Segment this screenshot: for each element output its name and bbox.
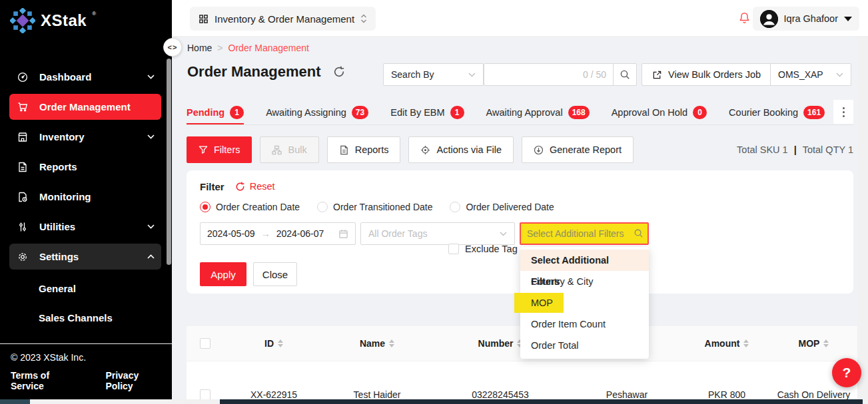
tabs-overflow-button[interactable] xyxy=(833,100,853,124)
reset-refresh-icon xyxy=(235,182,245,192)
notification-bell-icon[interactable] xyxy=(738,11,751,25)
sidebar-collapse-button[interactable]: <> xyxy=(163,38,182,57)
tab-label: Awaiting Approval xyxy=(486,107,563,118)
privacy-policy-link[interactable]: Privacy Policy xyxy=(105,370,161,391)
vertical-scrollbar[interactable] xyxy=(857,37,868,399)
view-bulk-orders-job-button[interactable]: View Bulk Orders Job xyxy=(642,63,771,86)
avatar xyxy=(760,10,778,28)
calendar-icon xyxy=(338,229,348,239)
apply-button[interactable]: Apply xyxy=(200,262,246,286)
dropdown-item-order-total[interactable]: Order Total xyxy=(520,335,649,356)
channel-value: OMS_XAP xyxy=(778,69,823,80)
sidebar-item-settings[interactable]: Settings xyxy=(9,244,161,270)
tab-edit-by-ebm[interactable]: Edit By EBM 1 xyxy=(390,100,464,124)
channel-select[interactable]: OMS_XAP xyxy=(770,63,851,86)
cell-mop: Cash On Delivery xyxy=(770,389,857,400)
tab-awaiting-approval[interactable]: Awaiting Approval 168 xyxy=(486,100,590,124)
tab-count-badge: 73 xyxy=(352,106,368,119)
updown-chevrons-icon xyxy=(360,14,367,23)
additional-filters-input[interactable] xyxy=(520,222,649,245)
chevron-up-icon xyxy=(147,254,155,259)
tab-courier-booking[interactable]: Courier Booking 161 xyxy=(729,100,825,124)
column-header-name[interactable]: Name xyxy=(324,338,430,349)
tab-pending[interactable]: Pending 1 xyxy=(187,100,244,124)
search-button[interactable] xyxy=(613,63,637,86)
app-switcher-dropdown[interactable]: Inventory & Order Management xyxy=(190,7,376,31)
filters-button[interactable]: Filters xyxy=(187,136,252,163)
cell-number: 03228245453 xyxy=(430,389,570,400)
sidebar-item-label: Inventory xyxy=(39,131,85,142)
filter-panel-title: Filter xyxy=(200,181,224,192)
date-range-picker[interactable]: 2024-05-09 → 2024-06-07 xyxy=(200,222,356,245)
refresh-icon[interactable] xyxy=(333,66,345,78)
sidebar-subitem-general[interactable]: General xyxy=(0,274,172,303)
breadcrumb: Home > Order Management xyxy=(187,43,309,53)
tab-awaiting-assigning[interactable]: Awaiting Assigning 73 xyxy=(266,100,368,124)
sidebar-item-order-management[interactable]: Order Management xyxy=(9,94,161,120)
sidebar-item-dashboard[interactable]: Dashboard xyxy=(9,64,161,90)
date-from-value: 2024-05-09 xyxy=(207,228,255,239)
horizontal-scrollbar-thumb-left[interactable] xyxy=(0,399,30,404)
sidebar-subitem-sales-channels[interactable]: Sales Channels xyxy=(0,303,172,332)
collapse-icon: <> xyxy=(168,43,178,51)
column-header-mop[interactable]: MOP xyxy=(770,338,857,349)
column-label: Number xyxy=(478,338,514,349)
sidebar-item-monitoring[interactable]: Monitoring xyxy=(9,184,161,210)
user-menu[interactable]: Iqra Ghafoor xyxy=(753,7,859,31)
search-icon xyxy=(620,69,630,80)
horizontal-scrollbar-thumb[interactable] xyxy=(220,399,863,404)
reports-label: Reports xyxy=(355,144,389,155)
reset-label: Reset xyxy=(250,181,275,192)
breadcrumb-separator: > xyxy=(217,43,222,53)
exclude-tag-checkbox[interactable]: Exclude Tag xyxy=(448,244,518,254)
help-button[interactable]: ? xyxy=(832,358,861,387)
table-row[interactable]: XX-622915 Test Haider 03228245453 Peshaw… xyxy=(187,361,857,404)
column-header-amount[interactable]: Amount xyxy=(683,338,770,349)
radio-order-creation-date[interactable]: Order Creation Date xyxy=(200,202,300,212)
horizontal-scrollbar[interactable] xyxy=(0,399,868,404)
radio-order-delivered-date[interactable]: Order Delivered Date xyxy=(450,202,554,212)
radio-icon xyxy=(450,202,460,212)
subitem-label: General xyxy=(39,283,76,294)
close-button[interactable]: Close xyxy=(253,262,297,286)
dropdown-item-order-item-count[interactable]: Order Item Count xyxy=(520,313,649,335)
breadcrumb-home-link[interactable]: Home xyxy=(187,43,212,53)
tab-approval-on-hold[interactable]: Approval On Hold 0 xyxy=(612,100,707,124)
row-checkbox[interactable] xyxy=(200,389,211,400)
dropdown-item-label: Order Total xyxy=(531,340,578,351)
reports-button[interactable]: Reports xyxy=(327,136,401,163)
gear-icon xyxy=(17,252,28,262)
generate-report-button[interactable]: Generate Report xyxy=(522,136,634,163)
xstak-logo[interactable]: XStak ® xyxy=(0,0,172,33)
search-by-select[interactable]: Search By xyxy=(383,63,484,86)
chevron-down-icon xyxy=(468,73,476,77)
sidebar-item-label: Monitoring xyxy=(39,191,91,202)
cell-amount: PKR 800 xyxy=(683,389,770,400)
sidebar-item-label: Utilities xyxy=(39,221,75,232)
select-all-checkbox[interactable] xyxy=(200,338,211,349)
bulk-button[interactable]: Bulk xyxy=(260,136,318,163)
sidebar-item-utilities[interactable]: Utilities xyxy=(9,214,161,240)
dropdown-item-country-city[interactable]: Country & City xyxy=(520,271,649,292)
exclude-tag-label: Exclude Tag xyxy=(465,244,518,254)
radio-order-transitioned-date[interactable]: Order Transitioned Date xyxy=(317,202,432,212)
monitoring-icon xyxy=(17,192,28,202)
order-tags-select[interactable]: All Order Tags xyxy=(360,222,515,245)
tab-label: Courier Booking xyxy=(729,107,798,118)
reset-button[interactable]: Reset xyxy=(235,181,275,192)
tab-count-badge: 0 xyxy=(693,106,707,119)
cell-city: Peshawar xyxy=(570,389,683,400)
search-input[interactable]: 0 / 50 xyxy=(484,63,614,86)
sidebar-scrollbar-thumb[interactable] xyxy=(167,59,171,265)
sidebar-item-reports[interactable]: Reports xyxy=(9,154,161,180)
actions-via-file-label: Actions via File xyxy=(436,144,502,155)
app-switcher-label: Inventory & Order Management xyxy=(215,13,354,25)
order-tags-placeholder: All Order Tags xyxy=(368,228,427,239)
dropdown-item-mop[interactable]: MOP xyxy=(520,292,649,313)
dropdown-item-select-additional-filters[interactable]: Select Additional Filters xyxy=(520,250,649,271)
terms-of-service-link[interactable]: Terms of Service xyxy=(11,370,76,391)
sidebar-item-inventory[interactable]: Inventory xyxy=(9,124,161,150)
cell-name: Test Haider xyxy=(324,389,430,400)
actions-via-file-button[interactable]: Actions via File xyxy=(408,136,514,163)
column-header-id[interactable]: ID xyxy=(224,338,324,349)
